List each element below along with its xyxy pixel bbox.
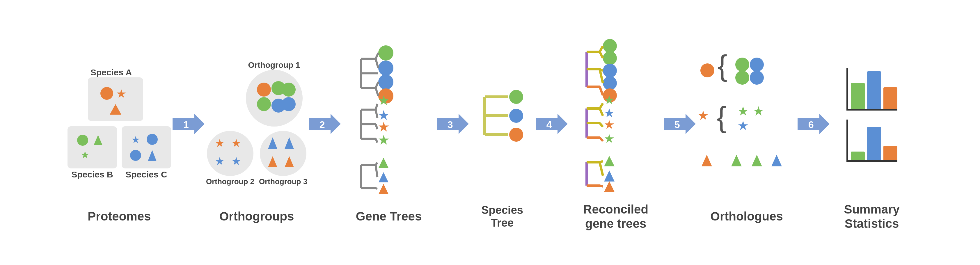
- svg-point-75: [603, 51, 617, 65]
- species-tree-label: SpeciesTree: [481, 204, 523, 229]
- species-b-label: Species B: [71, 170, 113, 179]
- svg-line-104: [600, 186, 603, 186]
- svg-line-37: [375, 82, 378, 88]
- svg-text:★: ★: [698, 108, 709, 122]
- svg-point-77: [603, 76, 617, 90]
- arrow-5: 5: [662, 112, 697, 153]
- svg-point-108: [735, 57, 749, 71]
- step-gene-trees: ★ ★ ★ ★: [342, 41, 435, 224]
- orthogroup-1-circle: [246, 70, 302, 127]
- svg-line-80: [600, 52, 603, 58]
- svg-point-68: [509, 128, 523, 142]
- orthogroup-2-circle: ★ ★ ★ ★: [207, 131, 253, 176]
- species-a-label: Species A: [91, 68, 132, 78]
- orthogroup-1-label: Orthogroup 1: [248, 60, 300, 70]
- orthologues-label: Orthologues: [710, 209, 783, 224]
- svg-point-32: [378, 75, 393, 90]
- svg-point-110: [735, 71, 749, 85]
- svg-marker-4: [94, 135, 102, 145]
- svg-point-74: [603, 39, 617, 53]
- summary-stats-visual: [846, 34, 897, 197]
- svg-marker-55: [379, 158, 388, 168]
- arrow-5-label: 5: [675, 119, 680, 130]
- svg-point-0: [100, 87, 113, 100]
- svg-text:★: ★: [378, 93, 390, 108]
- arrow-4-label: 4: [546, 119, 552, 130]
- arrow-3-label: 3: [447, 119, 453, 130]
- svg-line-48: [375, 104, 377, 109]
- arrow-2: 2: [307, 112, 342, 153]
- bar-group-1: [846, 70, 897, 111]
- svg-text:★: ★: [737, 104, 749, 118]
- svg-line-59: [375, 165, 377, 177]
- step-summary-statistics: SummaryStatistics: [831, 34, 913, 231]
- svg-line-93: [600, 108, 603, 116]
- svg-text:★: ★: [378, 132, 390, 148]
- step-reconciled: ★ ★ ★ ★: [569, 34, 662, 231]
- svg-line-34: [375, 53, 378, 59]
- orthologues-visual: { ★ { ★ ★ ★: [698, 41, 795, 204]
- svg-marker-118: [731, 155, 742, 167]
- svg-marker-101: [604, 181, 614, 192]
- svg-point-76: [603, 64, 617, 78]
- svg-line-103: [600, 162, 603, 176]
- svg-line-83: [600, 87, 603, 95]
- svg-point-3: [77, 135, 88, 146]
- svg-marker-24: [285, 156, 294, 167]
- svg-point-31: [378, 60, 393, 76]
- orthogroup-3-circle: [260, 131, 306, 176]
- svg-text:★: ★: [231, 155, 241, 167]
- svg-line-58: [375, 163, 377, 165]
- svg-line-50: [375, 124, 377, 129]
- step-species-tree: SpeciesTree: [470, 36, 534, 229]
- gene-trees-label: Gene Trees: [356, 209, 422, 224]
- svg-point-109: [750, 57, 764, 71]
- svg-line-49: [375, 109, 377, 118]
- svg-marker-22: [285, 137, 294, 149]
- arrow-1-label: 1: [183, 119, 189, 130]
- arrow-3: 3: [435, 112, 470, 153]
- svg-marker-120: [772, 155, 782, 167]
- species-a-box: ★: [88, 78, 143, 121]
- svg-marker-119: [752, 155, 762, 167]
- svg-point-13: [282, 83, 296, 97]
- species-tree-visual: [473, 36, 531, 199]
- species-b-box: ★: [67, 126, 117, 168]
- proteomes-visual: Species A ★: [67, 41, 171, 204]
- svg-text:★: ★: [231, 137, 241, 149]
- svg-point-30: [378, 45, 393, 60]
- svg-line-51: [375, 139, 377, 143]
- bar-chart: [846, 70, 897, 162]
- arrow-1: 1: [171, 112, 206, 153]
- svg-line-94: [600, 123, 603, 127]
- proteomes-label: Proteomes: [88, 209, 151, 224]
- bar-group-2: [846, 121, 897, 162]
- svg-marker-57: [379, 184, 388, 194]
- svg-text:★: ★: [215, 137, 224, 149]
- svg-marker-23: [268, 156, 277, 167]
- svg-point-111: [750, 71, 764, 85]
- arrow-6: 6: [796, 112, 831, 153]
- svg-marker-21: [268, 137, 277, 149]
- svg-marker-56: [379, 172, 388, 182]
- svg-text:★: ★: [737, 118, 749, 133]
- svg-text:★: ★: [604, 132, 615, 146]
- svg-point-7: [146, 134, 158, 145]
- svg-text:★: ★: [604, 118, 615, 132]
- svg-line-79: [600, 46, 603, 52]
- svg-point-16: [282, 97, 296, 111]
- species-c-label: Species C: [126, 170, 167, 179]
- svg-point-8: [130, 150, 141, 161]
- svg-line-102: [600, 161, 603, 162]
- summary-statistics-label: SummaryStatistics: [844, 203, 899, 231]
- svg-marker-117: [702, 155, 712, 167]
- svg-point-11: [257, 83, 271, 97]
- svg-text:{: {: [717, 101, 726, 133]
- svg-text:★: ★: [215, 155, 224, 167]
- workflow-diagram: Species A ★: [0, 0, 980, 265]
- svg-text:★: ★: [604, 93, 615, 107]
- svg-point-66: [509, 90, 523, 104]
- svg-point-106: [700, 63, 714, 78]
- svg-marker-2: [110, 104, 121, 114]
- reconciled-label: Reconciledgene trees: [583, 203, 648, 231]
